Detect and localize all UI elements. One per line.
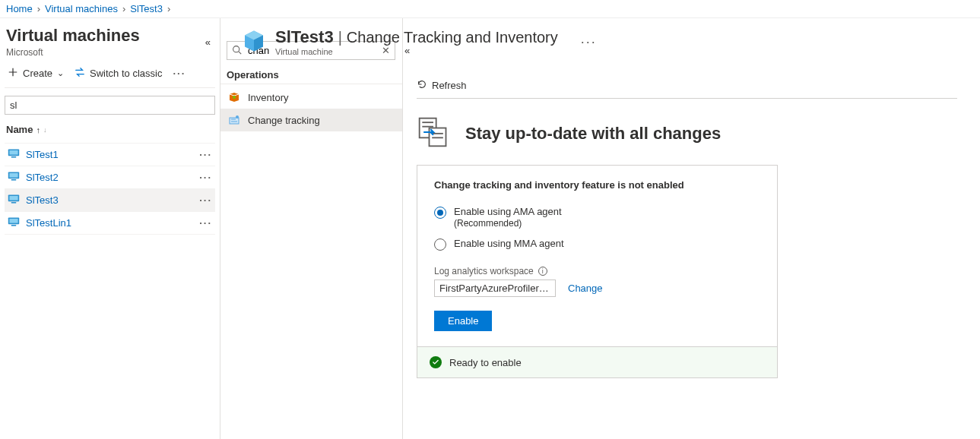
svg-point-13 bbox=[233, 96, 236, 99]
change-tracking-hero-icon bbox=[417, 115, 450, 151]
collapse-left-icon[interactable]: « bbox=[202, 35, 214, 49]
vm-row[interactable]: SlTestLin1 ··· bbox=[5, 212, 215, 235]
vm-icon bbox=[8, 171, 20, 184]
name-column-header[interactable]: Name ↑ ↓ bbox=[5, 119, 215, 144]
svg-rect-1 bbox=[9, 150, 17, 155]
breadcrumb: Home › Virtual machines › SlTest3 › bbox=[0, 0, 980, 18]
row-more-button[interactable]: ··· bbox=[199, 149, 212, 160]
breadcrumb-sep: › bbox=[37, 3, 40, 14]
ready-footer: Ready to enable bbox=[417, 346, 777, 377]
svg-rect-14 bbox=[230, 118, 239, 124]
row-more-button[interactable]: ··· bbox=[199, 217, 212, 229]
vm-icon bbox=[8, 194, 20, 207]
menu-item-label: Change tracking bbox=[248, 115, 320, 126]
menu-item-inventory[interactable]: Inventory bbox=[220, 86, 402, 109]
filter-input[interactable] bbox=[5, 96, 215, 115]
name-header-label: Name bbox=[6, 124, 33, 135]
refresh-label: Refresh bbox=[432, 80, 467, 91]
breadcrumb-resource[interactable]: SlTest3 bbox=[130, 3, 163, 14]
success-icon bbox=[430, 356, 442, 368]
radio-icon-unchecked bbox=[434, 238, 446, 251]
enable-button[interactable]: Enable bbox=[434, 311, 492, 331]
changetracking-icon bbox=[228, 114, 240, 126]
change-link[interactable]: Change bbox=[568, 283, 603, 294]
svg-rect-4 bbox=[9, 173, 17, 178]
menu-item-label: Inventory bbox=[248, 92, 288, 103]
title-separator: | bbox=[338, 29, 342, 46]
svg-rect-8 bbox=[11, 202, 16, 204]
breadcrumb-sep: › bbox=[167, 3, 170, 14]
create-button[interactable]: Create ⌄ bbox=[8, 67, 64, 80]
row-more-button[interactable]: ··· bbox=[199, 194, 212, 206]
radio-ama[interactable]: Enable using AMA agent (Recommended) bbox=[434, 206, 760, 229]
resource-type: Virtual machine bbox=[275, 47, 558, 56]
vm-name: SlTest2 bbox=[26, 172, 59, 183]
sort-sub-icon: ↓ bbox=[43, 126, 47, 134]
refresh-button[interactable]: Refresh bbox=[417, 79, 467, 92]
vm-name: SlTest1 bbox=[26, 149, 59, 160]
vm-resource-icon bbox=[240, 27, 268, 55]
vm-name: SlTestLin1 bbox=[26, 217, 71, 229]
vm-row[interactable]: SlTest3 ··· bbox=[5, 189, 215, 212]
radio-ama-sublabel: (Recommended) bbox=[454, 218, 522, 229]
switch-classic-button[interactable]: Switch to classic bbox=[75, 67, 162, 80]
more-button[interactable]: ··· bbox=[173, 68, 186, 79]
svg-point-15 bbox=[236, 115, 239, 118]
breadcrumb-sep: › bbox=[122, 3, 125, 14]
chevron-down-icon: ⌄ bbox=[57, 68, 64, 78]
svg-rect-7 bbox=[9, 196, 17, 201]
hero-title: Stay up-to-date with all changes bbox=[465, 124, 721, 144]
page-subtitle: Microsoft bbox=[6, 47, 140, 58]
vm-list-panel: Virtual machines Microsoft « Create ⌄ bbox=[0, 18, 220, 439]
svg-rect-2 bbox=[11, 156, 16, 158]
create-label: Create bbox=[23, 68, 52, 79]
info-icon[interactable]: i bbox=[538, 267, 547, 276]
radio-mma-label: Enable using MMA agent bbox=[454, 238, 564, 249]
svg-point-12 bbox=[233, 46, 239, 52]
inventory-icon bbox=[228, 91, 240, 103]
radio-icon-checked bbox=[434, 207, 446, 219]
sort-asc-icon: ↑ bbox=[36, 125, 40, 134]
row-more-button[interactable]: ··· bbox=[199, 172, 212, 183]
radio-mma[interactable]: Enable using MMA agent bbox=[434, 238, 760, 251]
plus-icon bbox=[8, 67, 18, 80]
law-label: Log analytics workspace bbox=[434, 266, 534, 276]
breadcrumb-home[interactable]: Home bbox=[6, 3, 33, 14]
svg-rect-11 bbox=[11, 225, 16, 226]
menu-item-changetracking[interactable]: Change tracking bbox=[220, 109, 402, 131]
ready-text: Ready to enable bbox=[449, 357, 522, 368]
vm-row[interactable]: SlTest2 ··· bbox=[5, 166, 215, 189]
resource-menu: ✕ « Operations Inventory Change tracking bbox=[220, 18, 403, 439]
card-heading: Change tracking and inventory feature is… bbox=[434, 179, 760, 191]
vm-icon bbox=[8, 216, 20, 229]
svg-rect-10 bbox=[9, 219, 17, 223]
swap-icon bbox=[75, 67, 85, 80]
resource-name: SlTest3 bbox=[275, 27, 334, 47]
radio-ama-label: Enable using AMA agent bbox=[454, 206, 562, 217]
svg-rect-5 bbox=[11, 179, 16, 181]
breadcrumb-vms[interactable]: Virtual machines bbox=[45, 3, 118, 14]
blade-more-button[interactable]: ··· bbox=[566, 34, 597, 50]
vm-row[interactable]: SlTest1 ··· bbox=[5, 144, 215, 166]
page-title: Virtual machines bbox=[6, 26, 140, 46]
blade-title: Change Tracking and Inventory bbox=[347, 29, 558, 46]
switch-label: Switch to classic bbox=[90, 68, 162, 79]
vm-name: SlTest3 bbox=[26, 194, 59, 206]
enable-card: Change tracking and inventory feature is… bbox=[417, 165, 778, 378]
law-value-box[interactable]: FirstPartyAzureProfilerIn... bbox=[434, 280, 556, 297]
blade-content: SlTest3 | Change Tracking and Inventory … bbox=[403, 18, 980, 439]
refresh-icon bbox=[417, 79, 427, 92]
vm-icon bbox=[8, 148, 20, 161]
